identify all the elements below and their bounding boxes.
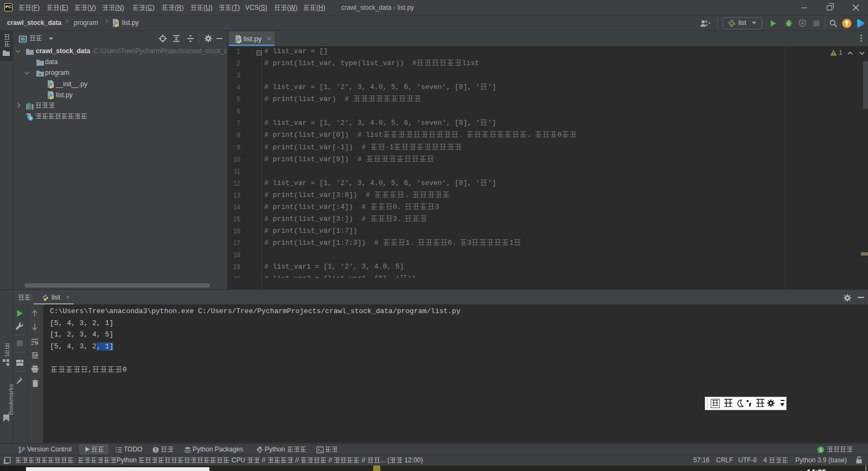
svg-text:1: 1 bbox=[820, 447, 822, 453]
